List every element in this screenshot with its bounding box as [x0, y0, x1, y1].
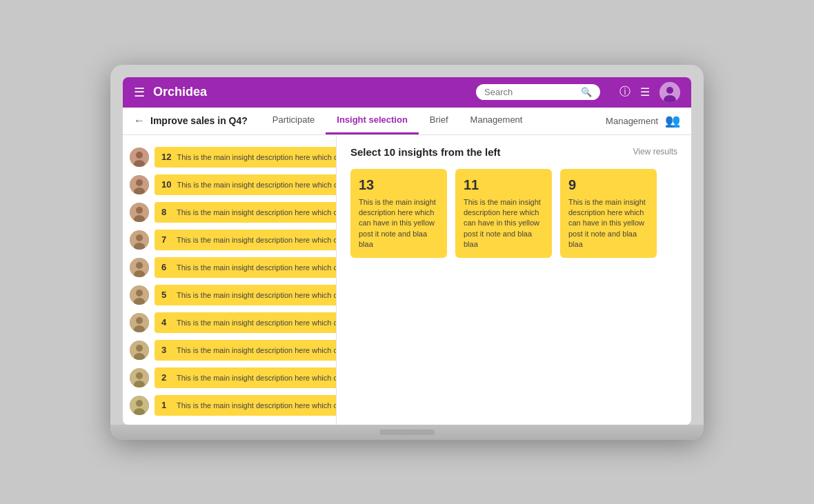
insight-badge: 7This is the main insight description he… — [155, 230, 337, 250]
insight-number: 5 — [161, 290, 171, 300]
svg-point-25 — [136, 345, 143, 352]
help-icon[interactable]: ⓘ — [619, 85, 631, 99]
insight-badge: 10This is the main insight description h… — [155, 174, 337, 195]
page-title: Improve sales in Q4? — [150, 115, 248, 126]
right-header: Select 10 insights from the left View re… — [350, 146, 677, 158]
tab-participate[interactable]: Participate — [261, 107, 326, 134]
svg-point-13 — [136, 234, 143, 241]
insight-number: 12 — [161, 152, 171, 162]
avatar — [130, 148, 149, 167]
right-panel: Select 10 insights from the left View re… — [337, 135, 691, 425]
svg-point-22 — [136, 317, 143, 324]
insight-badge: 1This is the main insight description he… — [155, 395, 337, 416]
insight-description: This is the main insight description her… — [177, 291, 337, 299]
users-icon[interactable]: 👥 — [665, 113, 680, 128]
nav-right: Management 👥 — [606, 113, 680, 128]
list-item[interactable]: 8This is the main insight description he… — [123, 199, 336, 226]
insight-number: 7 — [161, 234, 171, 245]
svg-point-19 — [136, 290, 143, 296]
card-number: 9 — [568, 177, 648, 193]
insight-card[interactable]: 11This is the main insight description h… — [455, 169, 552, 259]
insight-badge: 8This is the main insight description he… — [155, 202, 337, 223]
avatar — [130, 368, 149, 387]
top-navbar: ☰ Orchidea 🔍 ⓘ ☰ — [123, 77, 691, 108]
svg-point-16 — [136, 262, 143, 269]
avatar — [130, 258, 149, 277]
left-panel: 12This is the main insight description h… — [123, 135, 337, 425]
insight-description: This is the main insight description her… — [177, 236, 337, 244]
svg-point-31 — [136, 400, 143, 407]
svg-point-10 — [136, 207, 143, 214]
insight-description: This is the main insight description her… — [177, 181, 337, 189]
insight-number: 10 — [161, 179, 171, 190]
avatar — [130, 175, 149, 194]
insight-number: 8 — [161, 207, 171, 217]
card-description: This is the main insight description her… — [359, 197, 439, 250]
insight-description: This is the main insight description her… — [177, 263, 337, 272]
insight-number: 6 — [161, 262, 171, 272]
breadcrumb-nav: ← Improve sales in Q4? Participate Insig… — [123, 108, 691, 135]
insight-description: This is the main insight description her… — [177, 153, 337, 161]
insight-badge: 12This is the main insight description h… — [155, 147, 337, 168]
svg-point-4 — [136, 152, 143, 159]
list-item[interactable]: 10This is the main insight description h… — [123, 171, 336, 199]
insight-card[interactable]: 9This is the main insight description he… — [560, 169, 657, 259]
insight-number: 4 — [161, 317, 171, 327]
insight-badge: 6This is the main insight description he… — [155, 257, 337, 278]
card-number: 11 — [464, 177, 544, 193]
avatar — [130, 285, 149, 305]
insight-badge: 2This is the main insight description he… — [155, 367, 337, 388]
tab-brief[interactable]: Brief — [419, 107, 459, 134]
search-input[interactable] — [484, 87, 577, 97]
avatar — [130, 341, 149, 360]
card-description: This is the main insight description her… — [464, 197, 544, 250]
avatar — [130, 203, 149, 222]
hamburger-icon[interactable]: ☰ — [134, 85, 145, 100]
main-content: 12This is the main insight description h… — [123, 135, 691, 425]
avatar — [130, 396, 149, 415]
management-label: Management — [606, 116, 658, 126]
insight-number: 2 — [161, 372, 171, 383]
tab-insight-selection[interactable]: Insight selection — [326, 107, 419, 134]
list-item[interactable]: 7This is the main insight description he… — [123, 226, 336, 254]
laptop-base — [110, 425, 704, 440]
insight-description: This is the main insight description her… — [177, 374, 337, 382]
card-number: 13 — [359, 177, 439, 193]
app-title: Orchidea — [153, 85, 207, 99]
insight-badge: 3This is the main insight description he… — [155, 340, 337, 361]
insight-number: 3 — [161, 345, 171, 355]
laptop-screen: ☰ Orchidea 🔍 ⓘ ☰ ← Improv — [123, 77, 691, 425]
insight-description: This is the main insight description her… — [177, 319, 337, 327]
avatar[interactable] — [659, 82, 680, 103]
svg-point-28 — [136, 372, 143, 379]
list-item[interactable]: 4This is the main insight description he… — [123, 309, 336, 336]
avatar — [130, 313, 149, 332]
search-box: 🔍 — [476, 84, 600, 100]
laptop-frame: ☰ Orchidea 🔍 ⓘ ☰ ← Improv — [110, 65, 704, 440]
insight-number: 1 — [161, 400, 171, 410]
list-item[interactable]: 3This is the main insight description he… — [123, 336, 336, 364]
select-title: Select 10 insights from the left — [350, 146, 501, 158]
card-description: This is the main insight description her… — [568, 197, 648, 250]
list-item[interactable]: 6This is the main insight description he… — [123, 254, 336, 281]
list-item[interactable]: 1This is the main insight description he… — [123, 392, 336, 419]
nav-tabs: Participate Insight selection Brief Mana… — [261, 107, 606, 134]
svg-point-1 — [666, 87, 673, 94]
list-item[interactable]: 5This is the main insight description he… — [123, 281, 336, 309]
insight-badge: 4This is the main insight description he… — [155, 312, 337, 333]
checklist-icon[interactable]: ☰ — [640, 85, 650, 99]
nav-icons: ⓘ ☰ — [619, 82, 680, 103]
search-icon: 🔍 — [581, 87, 592, 97]
insight-description: This is the main insight description her… — [177, 346, 337, 354]
list-item[interactable]: 2This is the main insight description he… — [123, 364, 336, 392]
laptop-notch — [379, 430, 435, 435]
insight-card[interactable]: 13This is the main insight description h… — [350, 169, 447, 259]
insight-description: This is the main insight description her… — [177, 401, 337, 410]
view-results-link[interactable]: View results — [633, 147, 677, 157]
back-arrow-icon[interactable]: ← — [134, 114, 145, 127]
cards-grid: 13This is the main insight description h… — [350, 169, 677, 259]
list-item[interactable]: 12This is the main insight description h… — [123, 143, 336, 171]
tab-management[interactable]: Management — [459, 107, 534, 134]
avatar — [130, 230, 149, 250]
insight-description: This is the main insight description her… — [177, 208, 337, 216]
